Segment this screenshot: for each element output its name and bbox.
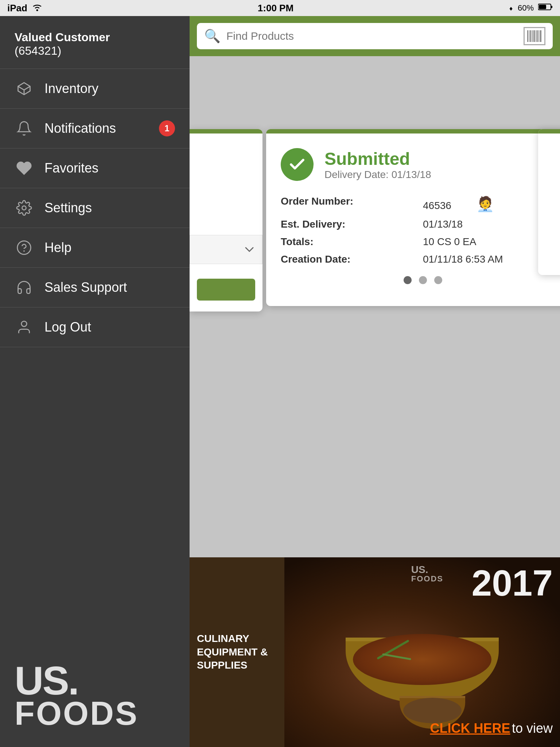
search-input[interactable]	[226, 30, 518, 42]
battery-icon	[538, 3, 553, 13]
heart-icon	[15, 159, 34, 178]
order-status-title: Submitted	[324, 149, 431, 169]
svg-rect-15	[538, 30, 539, 42]
logout-label: Log Out	[44, 320, 91, 335]
promo-text: CULINARY EQUIPMENT & SUPPLIES	[197, 632, 277, 672]
pagination-dot-2[interactable]	[419, 276, 427, 284]
click-here-suffix: to view	[512, 721, 553, 736]
order-status-row: Submitted Delivery Date: 01/13/18	[281, 148, 560, 181]
help-label: Help	[44, 240, 71, 255]
sidebar: Valued Customer (654321) Inventory	[0, 16, 190, 747]
partial-card-right-header	[538, 129, 560, 133]
partial-card-right	[538, 129, 560, 275]
svg-point-4	[22, 206, 26, 210]
click-here-section[interactable]: CLICK HERE to view	[430, 721, 553, 736]
order-card[interactable]: Submitted Delivery Date: 01/13/18 Order …	[266, 129, 560, 306]
search-bar[interactable]: 🔍	[197, 23, 553, 49]
partial-card-left	[190, 129, 262, 311]
status-bar-left: iPad	[7, 3, 43, 14]
inventory-label: Inventory	[44, 81, 98, 96]
app-container: Valued Customer (654321) Inventory	[0, 16, 560, 747]
partial-card-left-header	[190, 129, 262, 133]
sidebar-user-section: Valued Customer (654321)	[0, 16, 190, 69]
battery-label: 60%	[518, 3, 534, 13]
barcode-icon[interactable]	[524, 27, 545, 45]
bell-icon	[15, 119, 34, 138]
time-display: 1:00 PM	[258, 3, 293, 14]
creation-date-label: Creation Date:	[281, 253, 423, 265]
svg-rect-14	[537, 30, 538, 42]
sidebar-item-sales-support[interactable]: Sales Support	[0, 268, 190, 307]
sidebar-item-help[interactable]: Help	[0, 228, 190, 268]
us-foods-watermark: US.FOODS	[411, 565, 443, 583]
sidebar-logo: US. FOODS	[0, 655, 190, 747]
svg-rect-12	[533, 30, 535, 42]
main-content: 🔍	[190, 16, 560, 747]
bluetooth-icon: ⬧	[509, 3, 513, 13]
promo-food-image[interactable]: US.FOODS 2017 CLICK HERE to view	[284, 557, 560, 747]
headset-icon	[15, 278, 34, 297]
promo-section: CULINARY EQUIPMENT & SUPPLIES	[190, 557, 560, 747]
status-bar: iPad 1:00 PM ⬧ 60%	[0, 0, 560, 16]
delivery-guy-icon: 🧑‍💼	[476, 196, 494, 212]
pagination-dots	[281, 265, 560, 291]
svg-point-6	[23, 250, 25, 252]
promo-text-area: CULINARY EQUIPMENT & SUPPLIES	[190, 557, 284, 747]
totals-label: Totals:	[281, 236, 423, 248]
content-body: Submitted Delivery Date: 01/13/18 Order …	[190, 56, 560, 747]
main-header: 🔍	[190, 16, 560, 56]
wifi-icon	[32, 3, 43, 14]
order-status-text: Submitted Delivery Date: 01/13/18	[324, 149, 431, 181]
device-label: iPad	[7, 3, 27, 14]
food-bowl-container	[346, 630, 499, 703]
svg-rect-10	[530, 30, 531, 42]
svg-point-7	[22, 321, 27, 327]
sidebar-item-notifications[interactable]: Notifications 1	[0, 109, 190, 148]
garnish-2	[382, 653, 411, 660]
order-delivery-date-label: Delivery Date: 01/13/18	[324, 169, 431, 181]
sidebar-item-inventory[interactable]: Inventory	[0, 69, 190, 109]
order-number-label: Order Number:	[281, 196, 423, 213]
svg-point-5	[18, 241, 31, 255]
pagination-dot-1[interactable]	[404, 276, 412, 284]
promo-year: 2017	[472, 565, 553, 601]
green-action-button[interactable]	[197, 279, 255, 301]
sales-support-label: Sales Support	[44, 280, 127, 295]
status-circle	[281, 148, 314, 181]
svg-rect-2	[551, 6, 552, 8]
click-here-text[interactable]: CLICK HERE	[430, 721, 510, 736]
order-card-header-bar	[266, 129, 560, 133]
logo-us: US.	[15, 662, 175, 698]
notifications-label: Notifications	[44, 121, 116, 136]
est-delivery-label: Est. Delivery:	[281, 218, 423, 230]
settings-label: Settings	[44, 200, 92, 216]
svg-rect-13	[536, 30, 536, 42]
sidebar-nav: Inventory Notifications 1	[0, 69, 190, 655]
svg-point-0	[36, 9, 38, 11]
svg-rect-3	[539, 5, 546, 9]
sidebar-item-logout[interactable]: Log Out	[0, 307, 190, 347]
dropdown-area[interactable]	[190, 235, 262, 264]
notification-badge: 1	[159, 120, 175, 136]
user-name: Valued Customer	[15, 31, 175, 44]
order-card-content: Submitted Delivery Date: 01/13/18 Order …	[266, 133, 560, 306]
status-bar-right: ⬧ 60%	[509, 3, 553, 13]
pagination-dot-3[interactable]	[434, 276, 442, 284]
question-icon	[15, 238, 34, 257]
box-icon	[15, 79, 34, 98]
sidebar-item-favorites[interactable]: Favorites	[0, 148, 190, 188]
small-dish-content	[403, 698, 462, 723]
logo-foods: FOODS	[15, 695, 175, 732]
favorites-label: Favorites	[44, 160, 98, 176]
person-icon	[15, 318, 34, 337]
soup-content	[353, 634, 491, 685]
gear-icon	[15, 198, 34, 217]
sidebar-item-settings[interactable]: Settings	[0, 188, 190, 228]
search-icon: 🔍	[204, 28, 221, 44]
svg-rect-9	[529, 30, 530, 42]
svg-rect-11	[532, 30, 533, 42]
svg-rect-16	[540, 30, 541, 42]
user-id: (654321)	[15, 44, 175, 58]
order-details: Order Number: 46536 🧑‍💼 Est. Delivery: 0…	[281, 196, 560, 265]
svg-rect-8	[527, 30, 528, 42]
